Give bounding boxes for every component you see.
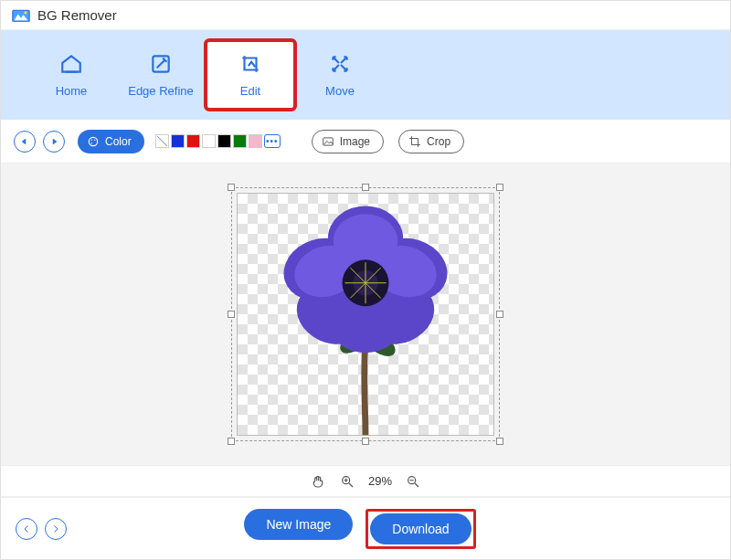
tab-edge-refine[interactable]: Edge Refine [116,40,206,110]
redo-button[interactable] [43,131,65,153]
tab-label: Edge Refine [128,84,194,98]
resize-handle[interactable] [362,184,369,191]
image-icon [322,135,334,148]
bottom-bar: New Image Download [1,496,730,560]
svg-point-2 [24,11,26,14]
download-highlight: Download [366,509,475,549]
resize-handle[interactable] [496,438,503,445]
canvas-area [1,164,730,465]
svg-line-30 [349,483,353,487]
swatch-pink[interactable] [249,134,262,148]
title-bar: BG Remover [1,1,730,30]
svg-point-8 [91,143,92,143]
app-title: BG Remover [37,7,117,23]
swatch-white[interactable] [202,134,216,148]
image-label: Image [340,135,370,148]
color-mode-button[interactable]: Color [78,130,144,153]
svg-point-5 [89,137,97,145]
prev-image-button[interactable] [16,518,37,540]
download-button[interactable]: Download [370,513,471,544]
palette-icon [87,135,100,148]
edit-toolbar: Color ••• Image Crop [1,120,730,164]
zoom-out-button[interactable] [405,473,421,490]
resize-handle[interactable] [228,311,235,318]
next-image-button[interactable] [45,518,67,540]
pan-hand-button[interactable] [310,473,326,490]
subject-image [231,187,500,441]
new-image-button[interactable]: New Image [244,509,353,540]
tab-home[interactable]: Home [26,40,116,110]
tab-edit[interactable]: Edit [206,40,295,110]
svg-point-6 [91,139,92,140]
crop-label: Crop [427,135,450,148]
edit-icon [238,52,262,79]
tab-label: Move [325,84,355,98]
resize-handle[interactable] [228,438,235,445]
image-mode-button[interactable]: Image [312,130,384,153]
edge-refine-icon [149,52,173,79]
image-selection[interactable] [231,187,500,441]
resize-handle[interactable] [496,311,503,318]
color-label: Color [105,135,132,148]
resize-handle[interactable] [228,184,235,191]
swatch-none[interactable] [155,134,169,148]
undo-button[interactable] [14,131,36,153]
crop-button[interactable]: Crop [398,130,464,153]
resize-handle[interactable] [496,184,503,191]
swatch-blue[interactable] [171,134,185,148]
more-colors-button[interactable]: ••• [264,134,281,148]
resize-handle[interactable] [362,438,369,445]
swatch-red[interactable] [186,134,200,148]
tab-label: Edit [240,84,260,98]
swatch-black[interactable] [217,134,231,148]
crop-icon [408,135,421,148]
zoom-in-button[interactable] [339,473,355,490]
svg-point-7 [94,139,95,140]
zoom-percent: 29% [368,474,392,488]
move-icon [328,52,352,79]
tab-move[interactable]: Move [295,40,385,110]
svg-point-15 [332,302,399,353]
home-icon [59,52,83,79]
zoom-bar: 29% [1,465,730,496]
app-logo-icon [12,7,30,24]
tab-label: Home [56,84,88,98]
main-tabs: Home Edge Refine Edit Move [1,30,730,120]
color-swatches: ••• [155,134,281,148]
swatch-green[interactable] [233,134,247,148]
svg-line-34 [415,483,418,487]
